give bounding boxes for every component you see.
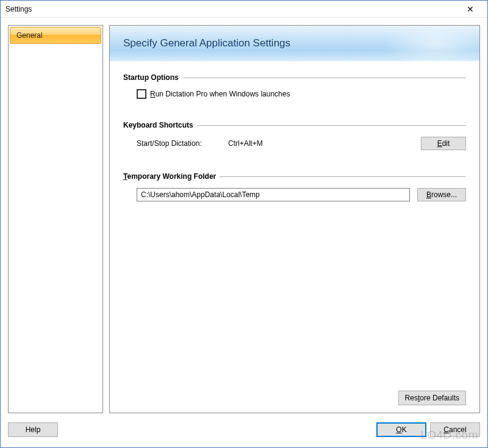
section-title-startup: Startup Options [123,73,179,82]
ok-button[interactable]: OK [376,422,426,437]
section-title-shortcuts: Keyboard Shortcuts [123,121,193,129]
shortcut-row: Start/Stop Dictation: Ctrl+Alt+M Edit [137,137,466,150]
section-header: Temporary Working Folder [123,172,466,181]
cancel-button[interactable]: Cancel [430,422,480,437]
sidebar: General [8,25,103,413]
browse-button[interactable]: Browse... [417,188,466,201]
shortcut-label: Start/Stop Dictation: [137,139,228,148]
body-area: General Specify General Application Sett… [1,18,487,447]
section-startup: Startup Options Run Dictation Pro when W… [123,73,466,99]
sidebar-item-label: General [16,31,43,40]
run-on-startup-checkbox[interactable] [137,89,146,99]
section-temp-folder: Temporary Working Folder Browse... [123,172,466,201]
content-header: Specify General Application Settings [110,26,479,61]
titlebar: Settings ✕ [1,1,487,18]
settings-window: Settings ✕ General Specify General Appli… [0,0,488,448]
shortcut-value: Ctrl+Alt+M [228,139,421,148]
sidebar-item-general[interactable]: General [10,27,101,44]
run-on-startup-label: Run Dictation Pro when Windows launches [150,90,290,98]
window-title: Settings [5,5,458,13]
footer-left: Help [8,422,103,437]
section-title-temp-folder: Temporary Working Folder [123,172,216,181]
restore-row: Restore Defaults [398,391,466,405]
divider [197,125,466,126]
content-pane: Specify General Application Settings Sta… [109,25,480,413]
content-body: Startup Options Run Dictation Pro when W… [110,61,479,413]
help-button[interactable]: Help [8,422,58,437]
restore-defaults-button[interactable]: Restore Defaults [398,391,466,405]
section-header: Keyboard Shortcuts [123,121,466,129]
run-on-startup-row[interactable]: Run Dictation Pro when Windows launches [137,89,466,99]
section-shortcuts: Keyboard Shortcuts Start/Stop Dictation:… [123,121,466,150]
divider [182,78,466,78]
close-icon[interactable]: ✕ [458,3,483,15]
temp-folder-row: Browse... [137,188,466,201]
temp-folder-input[interactable] [137,188,410,201]
edit-shortcut-button[interactable]: Edit [421,137,466,150]
main-row: General Specify General Application Sett… [8,25,480,413]
divider [220,176,466,177]
content-header-title: Specify General Application Settings [123,37,290,49]
section-header: Startup Options [123,73,466,82]
footer-row: Help OK Cancel [8,413,480,440]
footer-right: OK Cancel [103,422,480,437]
